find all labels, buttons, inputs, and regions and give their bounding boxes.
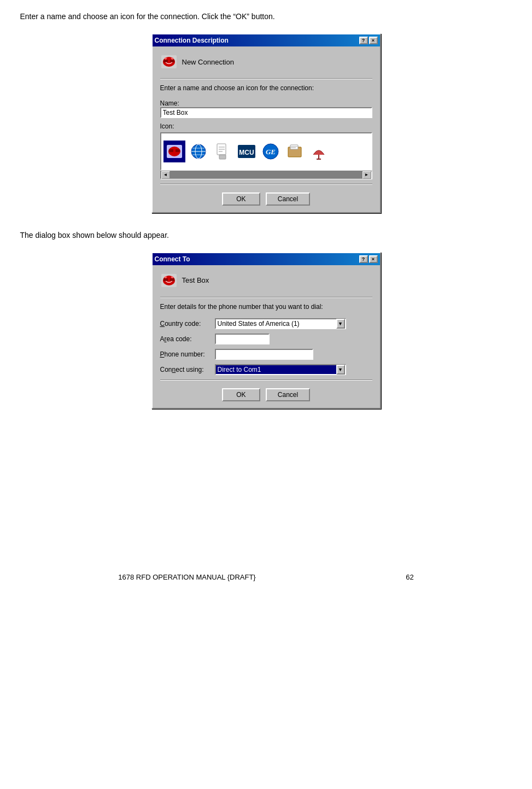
dialog1-icon-label: Icon: [160, 122, 372, 130]
icon-item-phone-red[interactable] [163, 141, 185, 162]
icon-scroll-right-btn[interactable]: ► [363, 171, 371, 179]
svg-point-34 [165, 276, 167, 278]
dialog2-phone-row: Phone number: [160, 349, 372, 360]
svg-rect-2 [163, 60, 168, 62]
dialog2-area-row: Area code: [160, 334, 372, 344]
dialog1-name-input[interactable] [160, 107, 372, 118]
dialog1-header-label: New Connection [182, 58, 234, 66]
svg-rect-3 [170, 60, 174, 62]
dialog1-titlebar: Connection Description ? × [153, 34, 380, 46]
footer-text: 1678 RFD OPERATION MANUAL {DRAFT} [118, 573, 255, 581]
phone-underline: P [160, 350, 165, 358]
svg-rect-16 [219, 155, 226, 159]
dialog1-buttons: OK Cancel [160, 192, 372, 206]
svg-point-5 [171, 57, 173, 60]
dialog1-help-button[interactable]: ? [359, 37, 368, 44]
dialog2-area-input[interactable] [215, 334, 270, 344]
svg-point-4 [165, 57, 167, 60]
dialog1-icon-picker[interactable]: MCU GE [160, 132, 372, 171]
dialog2-cancel-button[interactable]: Cancel [266, 388, 310, 401]
dialog1-separator2 [160, 184, 372, 185]
dialog1-container: Connection Description ? × [20, 33, 512, 213]
antenna-icon [310, 143, 328, 160]
dialog2-title: Connect To [155, 255, 190, 263]
dialog2-help-button[interactable]: ? [359, 255, 368, 263]
dialog2-country-select[interactable]: United States of America (1) ▼ [215, 318, 346, 329]
dialog1-cancel-button[interactable]: Cancel [266, 192, 310, 206]
dialog2-description: Enter details for the phone number that … [160, 302, 372, 312]
dialog1-header: New Connection [160, 53, 372, 71]
page-content: Enter a name and choose an icon for the … [20, 11, 512, 581]
dialog2-phone-label: Phone number: [160, 350, 215, 358]
dialog2-phone-icon [160, 272, 178, 289]
svg-rect-33 [170, 278, 174, 281]
dialog2-country-value: United States of America (1) [216, 319, 335, 328]
dialog2-country-row: Country code: United States of America (… [160, 318, 372, 329]
svg-rect-8 [169, 149, 173, 152]
dialog2-titlebar-buttons: ? × [359, 255, 378, 263]
icon-scrollbar-track [170, 171, 363, 179]
dialog2-ok-button[interactable]: OK [222, 388, 260, 401]
icon-item-document[interactable] [212, 141, 233, 162]
svg-text:MCU: MCU [239, 149, 254, 156]
fax-icon [286, 143, 303, 160]
country-select-arrow[interactable]: ▼ [336, 319, 345, 329]
dialog2-phone-input[interactable] [215, 349, 313, 360]
dialog2-body: Test Box Enter details for the phone num… [153, 265, 380, 408]
dialog1-name-row: Name: [160, 100, 372, 118]
dialog2-close-button[interactable]: × [369, 255, 378, 263]
icon-item-globe[interactable] [188, 141, 209, 162]
dialog1-separator1 [160, 78, 372, 79]
connection-description-dialog: Connection Description ? × [151, 33, 381, 213]
connect-select-arrow[interactable]: ▼ [336, 365, 345, 375]
svg-rect-32 [163, 278, 168, 281]
svg-point-35 [171, 276, 173, 278]
svg-rect-25 [290, 145, 298, 149]
dialog1-ok-button[interactable]: OK [222, 192, 260, 206]
mcu-icon: MCU [237, 143, 256, 160]
icon-item-antenna[interactable] [308, 141, 330, 162]
dialog1-titlebar-buttons: ? × [359, 37, 378, 44]
intro-text: Enter a name and choose an icon for the … [20, 11, 512, 22]
page-footer: 1678 RFD OPERATION MANUAL {DRAFT} 62 [20, 573, 512, 581]
dialog1-name-label: Name: [160, 100, 372, 107]
dialog2-connect-label: Connect using: [160, 366, 215, 373]
dialog2-connect-value: Direct to Com1 [216, 365, 335, 374]
icon-item-ge[interactable]: GE [260, 141, 282, 162]
document-icon [214, 143, 231, 160]
svg-rect-9 [176, 149, 180, 152]
globe-icon [190, 143, 207, 160]
dialog1-icon-section: Icon: [160, 122, 372, 179]
icon-scroll-left-btn[interactable]: ◄ [161, 171, 170, 179]
dialog1-title: Connection Description [155, 37, 229, 44]
dialog2-buttons: OK Cancel [160, 388, 372, 401]
ge-icon: GE [262, 143, 279, 160]
dialog2-header: Test Box [160, 272, 372, 289]
dialog1-close-button[interactable]: × [369, 37, 378, 44]
dialog2-country-label: Country code: [160, 320, 215, 328]
area-underline: r [165, 335, 167, 343]
connect-to-dialog: Connect To ? × T [151, 252, 381, 409]
page-number: 62 [406, 573, 413, 581]
dialog1-phone-icon [160, 53, 178, 71]
dialog1-body: New Connection Enter a name and choose a… [153, 46, 380, 212]
dialog2-connect-row: Connect using: Direct to Com1 ▼ [160, 364, 372, 375]
icon-item-mcu[interactable]: MCU [236, 141, 258, 162]
dialog2-connect-select[interactable]: Direct to Com1 ▼ [215, 364, 346, 375]
phone-red-icon [166, 143, 183, 160]
country-underline: C [160, 320, 165, 328]
dialog2-separator1 [160, 297, 372, 298]
dialog2-titlebar: Connect To ? × [153, 253, 380, 265]
svg-text:GE: GE [265, 148, 275, 156]
dialog1-icon-scrollbar[interactable]: ◄ ► [160, 171, 372, 179]
bottom-text: The dialog box shown below should appear… [20, 230, 512, 241]
dialog2-container: Connect To ? × T [20, 252, 512, 409]
dialog2-separator2 [160, 379, 372, 381]
dialog2-area-label: Area code: [160, 335, 215, 343]
dialog1-description: Enter a name and choose an icon for the … [160, 84, 372, 93]
country-code-label-rest: ountry code: [165, 320, 201, 328]
icon-item-fax[interactable] [284, 141, 306, 162]
dialog2-header-label: Test Box [182, 276, 209, 284]
connect-underline: n [172, 366, 176, 373]
